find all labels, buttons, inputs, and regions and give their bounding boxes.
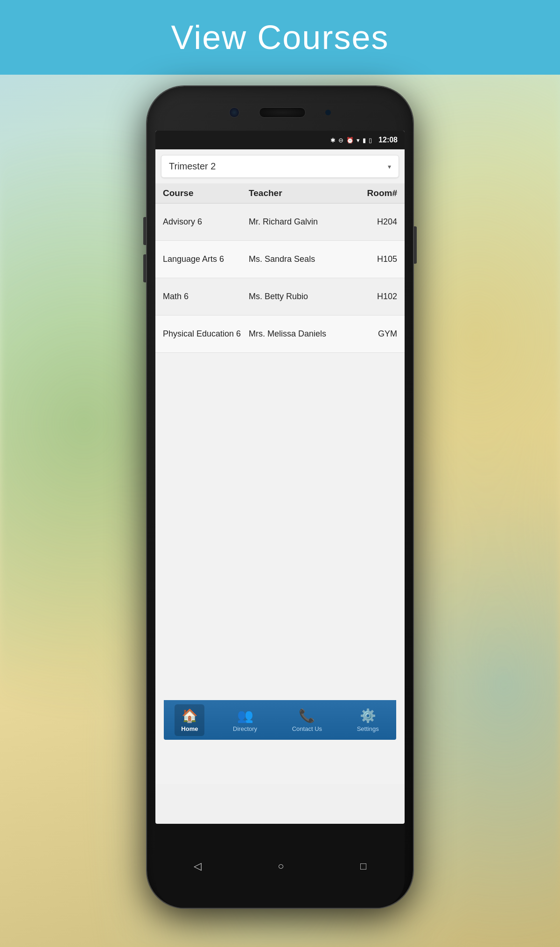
dropdown-arrow-icon: ▾ — [388, 163, 391, 170]
trimester-dropdown[interactable]: Trimester 2 ▾ — [161, 155, 399, 178]
battery-icon: ▯ — [369, 137, 372, 144]
recents-button[interactable]: □ — [360, 860, 366, 872]
front-camera — [229, 107, 239, 118]
page-title: View Courses — [171, 18, 389, 56]
table-row[interactable]: Language Arts 6 Ms. Sandra Seals H105 — [155, 241, 405, 278]
status-icons: ✱ ⊖ ⏰ ▾ ▮ ▯ — [330, 137, 372, 144]
bottom-navigation: 🏠 Home 👥 Directory 📞 Contact Us ⚙️ Setti… — [164, 700, 396, 740]
earpiece-speaker — [259, 107, 306, 118]
contact-icon: 📞 — [299, 708, 315, 723]
room-number: H105 — [346, 254, 397, 264]
volume-up-button[interactable] — [143, 217, 146, 245]
column-header-room: Room# — [346, 188, 397, 198]
nav-item-directory[interactable]: 👥 Directory — [226, 704, 264, 736]
room-number: H204 — [346, 217, 397, 227]
phone-device: ✱ ⊖ ⏰ ▾ ▮ ▯ 12:08 🎓 Senior Academy Trime… — [147, 86, 413, 908]
nav-label-home: Home — [181, 725, 198, 732]
course-name: Language Arts 6 — [163, 254, 249, 264]
power-button[interactable] — [414, 226, 417, 264]
table-row[interactable]: Advisory 6 Mr. Richard Galvin H204 — [155, 203, 405, 241]
notification-icon: ⊖ — [338, 137, 343, 144]
teacher-name: Mr. Richard Galvin — [249, 217, 346, 227]
nav-label-contact: Contact Us — [292, 725, 322, 732]
table-header-row: Course Teacher Room# — [155, 183, 405, 203]
phone-screen: ✱ ⊖ ⏰ ▾ ▮ ▯ 12:08 🎓 Senior Academy Trime… — [155, 131, 405, 824]
alarm-icon: ⏰ — [346, 137, 354, 144]
settings-icon: ⚙️ — [360, 708, 376, 723]
screen-content: Trimester 2 ▾ Course Teacher Room# Advis… — [155, 149, 405, 784]
table-row[interactable]: Physical Education 6 Mrs. Melissa Daniel… — [155, 316, 405, 353]
nav-item-contact[interactable]: 📞 Contact Us — [286, 704, 329, 736]
dropdown-selected: Trimester 2 — [169, 161, 216, 172]
back-button[interactable]: ◁ — [194, 860, 202, 872]
teacher-name: Ms. Sandra Seals — [249, 254, 346, 264]
wifi-icon: ▾ — [357, 137, 360, 144]
status-bar: ✱ ⊖ ⏰ ▾ ▮ ▯ 12:08 — [155, 131, 405, 149]
room-number: H102 — [346, 292, 397, 302]
course-name: Math 6 — [163, 292, 249, 302]
course-name: Physical Education 6 — [163, 329, 249, 339]
nav-item-home[interactable]: 🏠 Home — [175, 704, 204, 736]
phone-top-area — [219, 99, 341, 125]
home-icon: 🏠 — [182, 708, 198, 723]
course-table: Course Teacher Room# Advisory 6 Mr. Rich… — [155, 183, 405, 353]
table-row[interactable]: Math 6 Ms. Betty Rubio H102 — [155, 278, 405, 316]
room-number: GYM — [346, 329, 397, 339]
volume-down-button[interactable] — [143, 254, 146, 282]
proximity-sensor — [325, 110, 331, 115]
android-navigation-bar: ◁ ○ □ — [155, 825, 405, 908]
status-time: 12:08 — [378, 136, 398, 144]
nav-label-directory: Directory — [233, 725, 257, 732]
column-header-course: Course — [163, 188, 249, 198]
page-header: View Courses — [0, 0, 560, 75]
bluetooth-icon: ✱ — [330, 137, 336, 144]
column-header-teacher: Teacher — [249, 188, 346, 198]
teacher-name: Ms. Betty Rubio — [249, 292, 346, 302]
directory-icon: 👥 — [237, 708, 253, 723]
nav-item-settings[interactable]: ⚙️ Settings — [350, 704, 385, 736]
phone-shell: ✱ ⊖ ⏰ ▾ ▮ ▯ 12:08 🎓 Senior Academy Trime… — [147, 86, 413, 908]
nav-label-settings: Settings — [357, 725, 379, 732]
signal-icon: ▮ — [363, 137, 366, 144]
home-button[interactable]: ○ — [278, 860, 284, 872]
teacher-name: Mrs. Melissa Daniels — [249, 329, 346, 339]
course-name: Advisory 6 — [163, 217, 249, 227]
